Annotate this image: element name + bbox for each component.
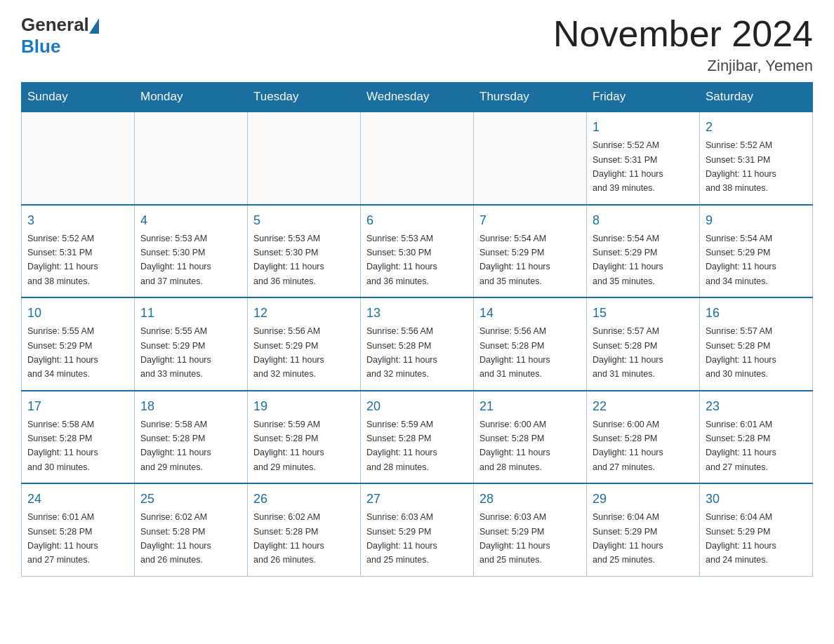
calendar-cell: 11Sunrise: 5:55 AM Sunset: 5:29 PM Dayli… <box>135 297 248 391</box>
day-info: Sunrise: 5:55 AM Sunset: 5:29 PM Dayligh… <box>27 326 98 379</box>
calendar-cell: 17Sunrise: 5:58 AM Sunset: 5:28 PM Dayli… <box>22 391 135 484</box>
calendar-cell: 13Sunrise: 5:56 AM Sunset: 5:28 PM Dayli… <box>361 297 474 391</box>
calendar-cell: 20Sunrise: 5:59 AM Sunset: 5:28 PM Dayli… <box>361 391 474 484</box>
day-number: 7 <box>479 211 581 230</box>
calendar-cell: 1Sunrise: 5:52 AM Sunset: 5:31 PM Daylig… <box>587 112 700 205</box>
calendar-header-row: SundayMondayTuesdayWednesdayThursdayFrid… <box>22 83 813 112</box>
day-number: 30 <box>706 490 807 509</box>
day-info: Sunrise: 6:03 AM Sunset: 5:29 PM Dayligh… <box>479 512 550 565</box>
calendar-cell: 14Sunrise: 5:56 AM Sunset: 5:28 PM Dayli… <box>474 297 587 391</box>
day-info: Sunrise: 6:04 AM Sunset: 5:29 PM Dayligh… <box>706 512 776 565</box>
calendar-cell: 2Sunrise: 5:52 AM Sunset: 5:31 PM Daylig… <box>700 112 813 205</box>
header-friday: Friday <box>587 83 700 112</box>
day-number: 15 <box>593 304 694 323</box>
calendar-cell: 22Sunrise: 6:00 AM Sunset: 5:28 PM Dayli… <box>587 391 700 484</box>
title-area: November 2024 Zinjibar, Yemen <box>553 14 813 75</box>
calendar-cell: 12Sunrise: 5:56 AM Sunset: 5:29 PM Dayli… <box>248 297 361 391</box>
day-number: 13 <box>366 304 468 323</box>
day-number: 17 <box>27 397 128 416</box>
day-info: Sunrise: 6:04 AM Sunset: 5:29 PM Dayligh… <box>593 512 663 565</box>
calendar-cell: 18Sunrise: 5:58 AM Sunset: 5:28 PM Dayli… <box>135 391 248 484</box>
calendar-cell: 27Sunrise: 6:03 AM Sunset: 5:29 PM Dayli… <box>361 483 474 576</box>
calendar-table: SundayMondayTuesdayWednesdayThursdayFrid… <box>21 82 813 577</box>
day-info: Sunrise: 5:56 AM Sunset: 5:29 PM Dayligh… <box>253 326 324 379</box>
day-info: Sunrise: 5:52 AM Sunset: 5:31 PM Dayligh… <box>27 234 98 286</box>
calendar-cell: 16Sunrise: 5:57 AM Sunset: 5:28 PM Dayli… <box>700 297 813 391</box>
week-row-3: 10Sunrise: 5:55 AM Sunset: 5:29 PM Dayli… <box>22 297 813 391</box>
calendar-cell: 3Sunrise: 5:52 AM Sunset: 5:31 PM Daylig… <box>22 205 135 298</box>
logo-triangle-icon <box>89 18 99 34</box>
calendar-subtitle: Zinjibar, Yemen <box>553 57 813 75</box>
day-info: Sunrise: 6:01 AM Sunset: 5:28 PM Dayligh… <box>706 420 776 472</box>
day-number: 2 <box>706 118 807 137</box>
day-info: Sunrise: 6:02 AM Sunset: 5:28 PM Dayligh… <box>140 512 211 565</box>
day-info: Sunrise: 5:59 AM Sunset: 5:28 PM Dayligh… <box>366 420 437 472</box>
header-saturday: Saturday <box>700 83 813 112</box>
day-number: 20 <box>366 397 468 416</box>
calendar-cell: 15Sunrise: 5:57 AM Sunset: 5:28 PM Dayli… <box>587 297 700 391</box>
day-info: Sunrise: 5:52 AM Sunset: 5:31 PM Dayligh… <box>706 140 776 193</box>
day-number: 1 <box>593 118 694 137</box>
day-number: 5 <box>253 211 355 230</box>
calendar-cell: 10Sunrise: 5:55 AM Sunset: 5:29 PM Dayli… <box>22 297 135 391</box>
day-number: 21 <box>479 397 581 416</box>
day-info: Sunrise: 5:56 AM Sunset: 5:28 PM Dayligh… <box>366 326 437 379</box>
day-info: Sunrise: 5:53 AM Sunset: 5:30 PM Dayligh… <box>366 234 437 286</box>
logo: General Blue <box>21 14 99 58</box>
calendar-cell: 8Sunrise: 5:54 AM Sunset: 5:29 PM Daylig… <box>587 205 700 298</box>
day-info: Sunrise: 6:01 AM Sunset: 5:28 PM Dayligh… <box>27 512 98 565</box>
calendar-cell: 7Sunrise: 5:54 AM Sunset: 5:29 PM Daylig… <box>474 205 587 298</box>
day-info: Sunrise: 5:54 AM Sunset: 5:29 PM Dayligh… <box>706 234 776 286</box>
day-info: Sunrise: 5:57 AM Sunset: 5:28 PM Dayligh… <box>593 326 663 379</box>
day-number: 22 <box>593 397 694 416</box>
calendar-cell: 5Sunrise: 5:53 AM Sunset: 5:30 PM Daylig… <box>248 205 361 298</box>
page-header: General Blue November 2024 Zinjibar, Yem… <box>21 14 813 75</box>
day-info: Sunrise: 6:00 AM Sunset: 5:28 PM Dayligh… <box>593 420 663 472</box>
day-info: Sunrise: 6:00 AM Sunset: 5:28 PM Dayligh… <box>479 420 550 472</box>
calendar-cell: 29Sunrise: 6:04 AM Sunset: 5:29 PM Dayli… <box>587 483 700 576</box>
logo-general-text: General <box>21 14 89 36</box>
calendar-cell <box>22 112 135 205</box>
day-info: Sunrise: 5:54 AM Sunset: 5:29 PM Dayligh… <box>479 234 550 286</box>
day-number: 14 <box>479 304 581 323</box>
header-monday: Monday <box>135 83 248 112</box>
day-info: Sunrise: 6:02 AM Sunset: 5:28 PM Dayligh… <box>253 512 324 565</box>
day-number: 16 <box>706 304 807 323</box>
calendar-cell: 21Sunrise: 6:00 AM Sunset: 5:28 PM Dayli… <box>474 391 587 484</box>
day-info: Sunrise: 5:53 AM Sunset: 5:30 PM Dayligh… <box>140 234 211 286</box>
calendar-cell: 23Sunrise: 6:01 AM Sunset: 5:28 PM Dayli… <box>700 391 813 484</box>
day-number: 29 <box>593 490 694 509</box>
day-number: 18 <box>140 397 241 416</box>
calendar-cell <box>361 112 474 205</box>
calendar-cell: 24Sunrise: 6:01 AM Sunset: 5:28 PM Dayli… <box>22 483 135 576</box>
calendar-cell: 28Sunrise: 6:03 AM Sunset: 5:29 PM Dayli… <box>474 483 587 576</box>
calendar-cell <box>474 112 587 205</box>
day-info: Sunrise: 5:52 AM Sunset: 5:31 PM Dayligh… <box>593 140 663 193</box>
day-number: 8 <box>593 211 694 230</box>
day-number: 4 <box>140 211 241 230</box>
day-number: 10 <box>27 304 128 323</box>
calendar-cell: 19Sunrise: 5:59 AM Sunset: 5:28 PM Dayli… <box>248 391 361 484</box>
week-row-1: 1Sunrise: 5:52 AM Sunset: 5:31 PM Daylig… <box>22 112 813 205</box>
day-number: 12 <box>253 304 355 323</box>
day-info: Sunrise: 5:53 AM Sunset: 5:30 PM Dayligh… <box>253 234 324 286</box>
week-row-2: 3Sunrise: 5:52 AM Sunset: 5:31 PM Daylig… <box>22 205 813 298</box>
header-sunday: Sunday <box>22 83 135 112</box>
calendar-cell: 9Sunrise: 5:54 AM Sunset: 5:29 PM Daylig… <box>700 205 813 298</box>
header-wednesday: Wednesday <box>361 83 474 112</box>
logo-blue-text: Blue <box>21 36 60 58</box>
day-info: Sunrise: 5:54 AM Sunset: 5:29 PM Dayligh… <box>593 234 663 286</box>
day-number: 26 <box>253 490 355 509</box>
header-tuesday: Tuesday <box>248 83 361 112</box>
calendar-cell: 6Sunrise: 5:53 AM Sunset: 5:30 PM Daylig… <box>361 205 474 298</box>
calendar-cell: 25Sunrise: 6:02 AM Sunset: 5:28 PM Dayli… <box>135 483 248 576</box>
day-number: 27 <box>366 490 468 509</box>
week-row-4: 17Sunrise: 5:58 AM Sunset: 5:28 PM Dayli… <box>22 391 813 484</box>
day-number: 23 <box>706 397 807 416</box>
day-number: 3 <box>27 211 128 230</box>
day-number: 28 <box>479 490 581 509</box>
day-number: 9 <box>706 211 807 230</box>
calendar-cell <box>248 112 361 205</box>
day-number: 11 <box>140 304 241 323</box>
calendar-cell <box>135 112 248 205</box>
